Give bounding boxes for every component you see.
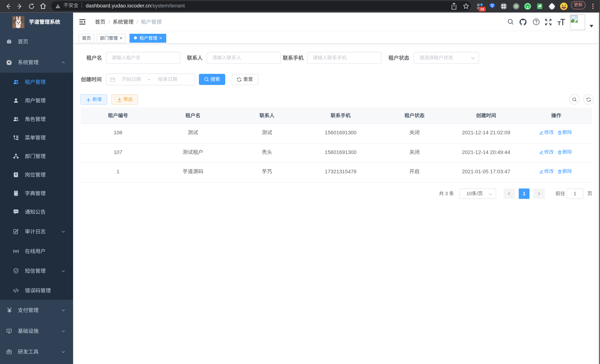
svg-text:y: y — [527, 5, 529, 9]
